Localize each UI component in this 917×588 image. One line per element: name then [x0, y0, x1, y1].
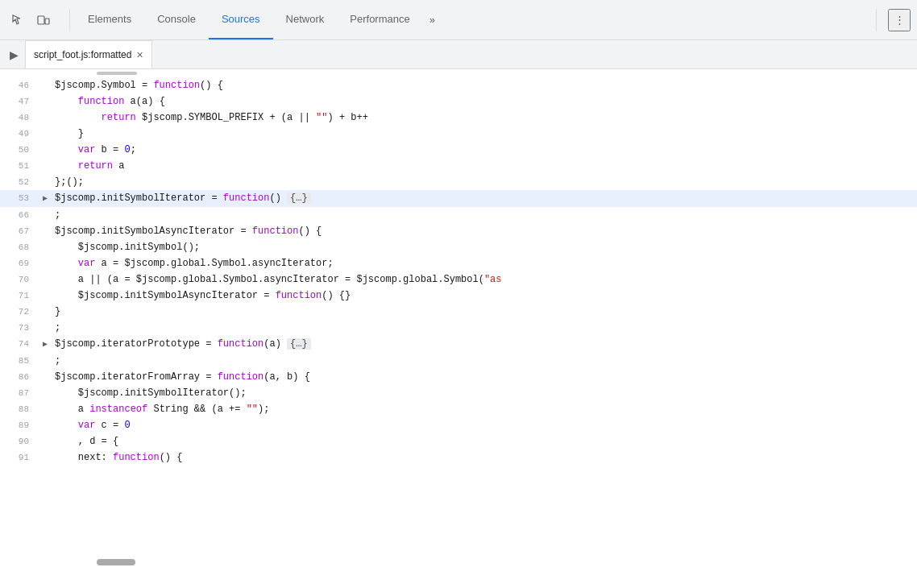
code-token: function — [113, 452, 160, 463]
line-code: $jscomp.initSymbolIterator = function() … — [52, 190, 917, 206]
code-token: function — [153, 80, 200, 91]
more-tabs-button[interactable]: » — [423, 0, 442, 39]
code-token: () — [269, 193, 287, 204]
line-number: 51 — [0, 158, 39, 174]
line-number: 46 — [0, 77, 39, 93]
code-token: $jscomp.SYMBOL_PREFIX + (a || — [136, 112, 316, 123]
line-code: var b = 0; — [52, 142, 917, 158]
line-number: 50 — [0, 142, 39, 158]
line-code: $jscomp.iteratorPrototype = function(a) … — [52, 336, 917, 352]
devtools-controls — [6, 9, 55, 31]
more-options-button[interactable]: ⋮ — [888, 9, 911, 31]
code-token: String && (a += — [147, 404, 246, 415]
code-line: 68 $jscomp.initSymbol(); — [0, 239, 917, 255]
line-code: $jscomp.initSymbolIterator(); — [52, 385, 917, 401]
code-token — [55, 258, 78, 269]
code-token: () {} — [322, 290, 351, 301]
code-token: {…} — [287, 193, 311, 204]
tab-console[interactable]: Console — [144, 0, 209, 39]
line-code: return $jscomp.SYMBOL_PREFIX + (a || "")… — [52, 110, 917, 126]
code-token: return — [78, 160, 113, 172]
code-token: (); — [66, 176, 84, 188]
line-code: a instanceof String && (a += ""); — [52, 401, 917, 417]
code-line: 46$jscomp.Symbol = function() { — [0, 77, 917, 93]
line-code: next: function() { — [52, 449, 917, 466]
line-number: 52 — [0, 174, 39, 190]
file-tab-script[interactable]: script_foot.js:formatted × — [25, 40, 152, 68]
svg-rect-0 — [38, 16, 44, 24]
tab-performance[interactable]: Performance — [337, 0, 422, 39]
code-token: a — [55, 404, 89, 415]
tab-elements[interactable]: Elements — [75, 0, 144, 39]
line-number: 73 — [0, 320, 39, 336]
top-scrollbar[interactable] — [97, 72, 137, 75]
line-number: 69 — [0, 255, 39, 271]
sources-nav-icon[interactable]: ▶ — [3, 40, 25, 68]
code-token: function — [218, 338, 264, 350]
line-arrow[interactable]: ▶ — [39, 337, 52, 353]
line-code: $jscomp.initSymbolAsyncIterator = functi… — [52, 223, 917, 239]
line-code: ; — [52, 320, 917, 336]
code-token: a(a) { — [124, 96, 164, 107]
code-line: 66; — [0, 207, 917, 223]
line-number: 74 — [0, 336, 39, 352]
line-code: $jscomp.initSymbolAsyncIterator = functi… — [52, 288, 917, 304]
code-editor: 46$jscomp.Symbol = function() {47 functi… — [0, 69, 917, 588]
code-token: () { — [200, 80, 223, 91]
tab-sources[interactable]: Sources — [209, 0, 273, 39]
main-tabs: Elements Console Sources Network Perform… — [75, 0, 442, 39]
line-number: 67 — [0, 223, 39, 239]
code-token: function — [276, 290, 322, 301]
code-token: $jscomp.Symbol = — [55, 80, 153, 91]
line-arrow[interactable]: ▶ — [39, 191, 52, 207]
code-line: 69 var a = $jscomp.global.Symbol.asyncIt… — [0, 255, 917, 271]
code-token — [55, 160, 78, 172]
code-line: 90 , d = { — [0, 433, 917, 449]
code-line: 53▶$jscomp.initSymbolIterator = function… — [0, 190, 917, 207]
code-token: b = — [95, 144, 124, 155]
file-tab-close-button[interactable]: × — [136, 49, 143, 60]
line-code: var c = 0 — [52, 417, 917, 433]
line-number: 71 — [0, 288, 39, 304]
code-token: function — [78, 96, 125, 107]
topbar-right-controls: ⋮ — [871, 9, 911, 31]
line-code: } — [52, 126, 917, 142]
tab-network[interactable]: Network — [273, 0, 338, 39]
code-token: }; — [55, 176, 66, 188]
code-token: ; — [55, 209, 60, 221]
code-token — [55, 112, 102, 123]
code-token: {…} — [287, 338, 311, 350]
line-number: 85 — [0, 353, 39, 369]
line-number: 89 — [0, 417, 39, 433]
line-number: 87 — [0, 385, 39, 401]
code-token: instanceof — [89, 404, 147, 415]
code-token: $jscomp.initSymbolAsyncIterator = — [55, 226, 252, 237]
topbar-right-divider — [876, 9, 877, 31]
code-token — [55, 420, 78, 431]
line-number: 49 — [0, 126, 39, 142]
line-number: 86 — [0, 369, 39, 385]
code-token: () { — [160, 452, 183, 463]
code-token: "" — [316, 112, 327, 123]
line-number: 53 — [0, 190, 39, 206]
code-line: 73; — [0, 320, 917, 336]
device-toolbar-button[interactable] — [32, 9, 55, 31]
code-line: 85; — [0, 353, 917, 369]
inspect-element-button[interactable] — [6, 9, 29, 31]
horizontal-scrollbar[interactable] — [97, 559, 135, 565]
line-code: a || (a = $jscomp.global.Symbol.asyncIte… — [52, 271, 917, 288]
code-token: ); — [258, 404, 269, 415]
code-token: 0 — [124, 420, 130, 431]
code-token: (a, b) { — [263, 371, 310, 383]
devtools-topbar: Elements Console Sources Network Perform… — [0, 0, 917, 40]
code-token: $jscomp.iteratorFromArray = — [55, 371, 218, 383]
line-code: } — [52, 304, 917, 320]
code-token: var — [78, 144, 96, 155]
line-code: $jscomp.iteratorFromArray = function(a, … — [52, 369, 917, 385]
code-line: 91 next: function() { — [0, 449, 917, 466]
line-code: };(); — [52, 174, 917, 190]
code-token: function — [252, 226, 299, 237]
line-number: 47 — [0, 93, 39, 110]
code-line: 70 a || (a = $jscomp.global.Symbol.async… — [0, 271, 917, 288]
line-number: 66 — [0, 207, 39, 223]
